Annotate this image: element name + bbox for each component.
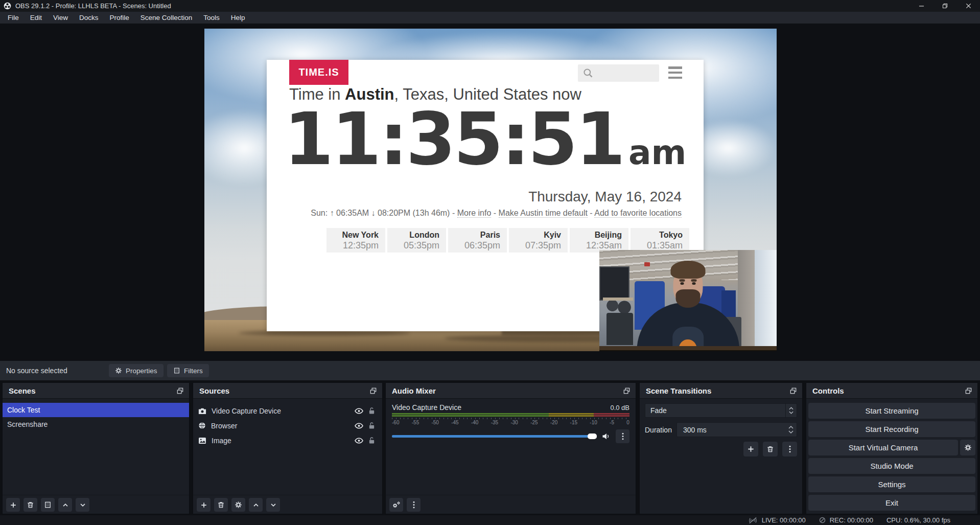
popout-icon[interactable] (623, 387, 631, 395)
menu-help[interactable]: Help (225, 12, 251, 24)
add-favorite-link: Add to favorite locations (594, 209, 682, 218)
lock-icon[interactable] (368, 407, 375, 415)
filters-button[interactable]: Filters (167, 364, 209, 377)
chevron-up-icon (788, 426, 794, 429)
move-scene-down-button[interactable] (76, 498, 89, 512)
scene-filters-button[interactable] (41, 498, 55, 512)
source-row-image[interactable]: Image (193, 433, 382, 448)
remove-scene-button[interactable] (24, 498, 37, 512)
start-recording-button[interactable]: Start Recording (808, 421, 975, 437)
restore-button[interactable] (933, 0, 956, 12)
minimize-button[interactable] (909, 0, 933, 12)
scenes-panel: Scenes Clock Test Screenshare (2, 382, 190, 514)
kebab-menu-icon (413, 501, 415, 509)
duration-spinbox[interactable]: 300 ms (676, 422, 797, 437)
add-scene-button[interactable] (6, 498, 20, 512)
gear-icon (235, 501, 242, 509)
move-source-up-button[interactable] (249, 498, 263, 512)
person-beard (675, 289, 700, 308)
source-properties-button[interactable] (231, 498, 245, 512)
program-canvas[interactable]: TIME.IS Time in Austin, Texas, United St… (204, 29, 777, 351)
exit-button[interactable]: Exit (808, 495, 975, 511)
city-card: New York12:35pm (326, 228, 385, 253)
transition-select[interactable]: Fade (645, 403, 797, 418)
menu-file[interactable]: File (2, 12, 25, 24)
move-source-down-button[interactable] (266, 498, 280, 512)
webcam-overlay (599, 250, 777, 351)
mixer-menu-button[interactable] (407, 498, 421, 512)
source-row-browser[interactable]: Browser (193, 418, 382, 433)
popout-icon[interactable] (965, 387, 972, 395)
remove-source-button[interactable] (214, 498, 228, 512)
start-streaming-button[interactable]: Start Streaming (808, 403, 975, 419)
properties-label: Properties (126, 367, 157, 375)
chevron-up-icon (252, 501, 260, 509)
settings-button[interactable]: Settings (808, 476, 975, 492)
hamburger-menu-icon (668, 66, 682, 79)
volume-slider[interactable] (392, 435, 597, 438)
transition-menu-button[interactable] (782, 442, 797, 456)
menu-profile[interactable]: Profile (104, 12, 135, 24)
camera-icon (198, 407, 206, 415)
chevron-down-icon (79, 501, 86, 509)
menu-tools[interactable]: Tools (198, 12, 225, 24)
menu-docks[interactable]: Docks (74, 12, 104, 24)
rec-status: REC: 00:00:00 (819, 516, 873, 524)
scene-item-screenshare[interactable]: Screenshare (3, 417, 189, 431)
city-card: Beijing12:35am (570, 228, 628, 253)
person-eyebrow (691, 279, 696, 282)
search-icon (583, 68, 593, 78)
live-time: LIVE: 00:00:00 (762, 516, 806, 524)
speaker-icon[interactable] (602, 432, 611, 440)
clock-time: 11:35:51 (284, 104, 623, 175)
meter-scale: -60-55-50-45-40-35-30-25-20-15-10-50 (392, 420, 629, 425)
popout-icon[interactable] (789, 387, 797, 395)
popout-icon[interactable] (176, 387, 184, 395)
bright-windows-right (755, 250, 777, 351)
channel-menu-button[interactable] (616, 429, 629, 443)
lock-icon[interactable] (368, 437, 375, 444)
source-row-video-capture[interactable]: Video Capture Device (193, 403, 382, 418)
person-eye (680, 282, 684, 285)
plus-icon (747, 445, 755, 453)
volume-slider-handle[interactable] (588, 433, 597, 439)
start-virtual-camera-button[interactable]: Start Virtual Camera (808, 440, 958, 455)
properties-button[interactable]: Properties (109, 364, 164, 377)
studio-mode-button[interactable]: Studio Mode (808, 458, 975, 474)
site-search-input (578, 64, 659, 82)
chevron-up-icon (62, 501, 69, 509)
menu-edit[interactable]: Edit (25, 12, 48, 24)
transitions-panel-title: Scene Transitions (646, 386, 711, 395)
visibility-eye-icon[interactable] (355, 408, 363, 414)
duration-spinner[interactable] (785, 426, 797, 433)
duration-value: 300 ms (677, 426, 785, 434)
audio-mixer-panel-title: Audio Mixer (392, 386, 436, 395)
blue-booth-right (721, 290, 736, 318)
scenes-panel-title: Scenes (9, 386, 36, 395)
popout-icon[interactable] (369, 387, 377, 395)
move-scene-up-button[interactable] (58, 498, 72, 512)
remove-transition-button[interactable] (763, 442, 778, 456)
cpu-text: CPU: 0.6%, 30.00 fps (886, 516, 950, 524)
chevron-up-icon (789, 407, 794, 410)
scene-transitions-panel: Scene Transitions Fade Duration 300 ms (639, 382, 803, 514)
office-window-left (599, 266, 629, 301)
advanced-audio-button[interactable] (389, 498, 403, 512)
virtual-camera-settings-button[interactable] (960, 440, 975, 455)
add-source-button[interactable] (197, 498, 211, 512)
menu-scene-collection[interactable]: Scene Collection (135, 12, 198, 24)
visibility-eye-icon[interactable] (355, 423, 363, 429)
add-transition-button[interactable] (743, 442, 758, 456)
close-button[interactable] (956, 0, 980, 12)
gear-icon (964, 444, 972, 451)
foreground-chair (606, 313, 633, 345)
menu-view[interactable]: View (48, 12, 74, 24)
volume-meter (392, 415, 629, 417)
transition-select-spinner[interactable] (785, 404, 797, 417)
sun-info-line: Sun: ↑ 06:35AM ↓ 08:20PM (13h 46m) - Mor… (311, 209, 682, 218)
lock-icon[interactable] (368, 422, 375, 429)
visibility-eye-icon[interactable] (355, 438, 363, 444)
date-line: Thursday, May 16, 2024 (528, 189, 682, 205)
filters-label: Filters (184, 367, 203, 375)
scene-item-clock-test[interactable]: Clock Test (3, 403, 189, 417)
